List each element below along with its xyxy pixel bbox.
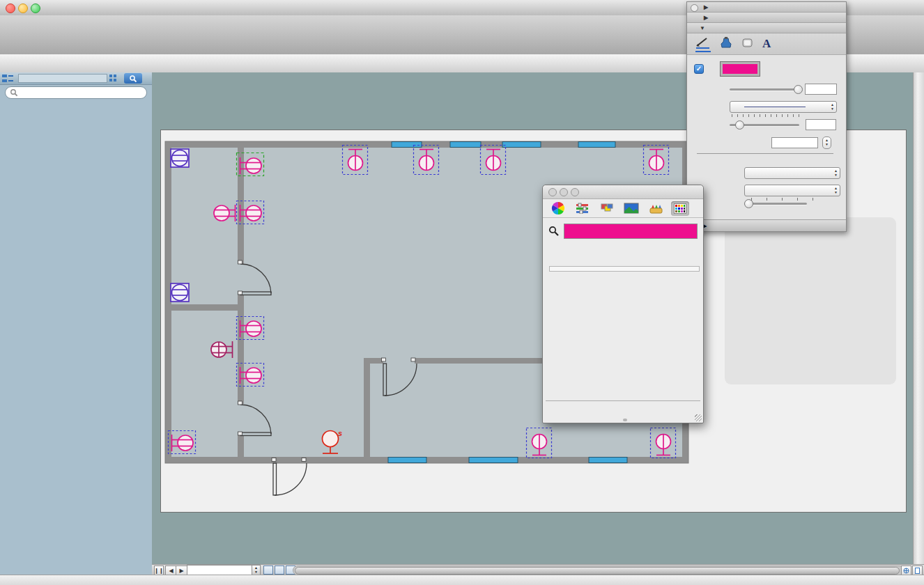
zoom-stepper[interactable]: ▲▼: [252, 565, 261, 575]
stepper-arrows-icon: ▲▼: [831, 102, 834, 111]
color-wheel-icon[interactable]: [549, 201, 567, 216]
application-window: .bd{fill:none;stroke:#3b3bd2;stroke-widt…: [0, 0, 924, 585]
zoom-icon[interactable]: [571, 188, 579, 196]
library-search-toggle[interactable]: [124, 73, 142, 84]
close-icon[interactable]: [548, 188, 557, 196]
inspector-section-behaviour[interactable]: ▶: [687, 2, 846, 13]
corner-rounding-stepper[interactable]: ▲▼: [822, 136, 831, 149]
stroke-tab-brush-icon[interactable]: [695, 36, 711, 52]
line-inspector-tabs: A: [687, 33, 846, 55]
endpoint-end-dropdown[interactable]: ▲▼: [744, 185, 840, 196]
stroke-checkbox[interactable]: ✓: [694, 64, 704, 74]
horizontal-scrollbar[interactable]: [293, 566, 904, 575]
color-sliders-icon[interactable]: [573, 201, 592, 216]
color-palette-grid: [549, 266, 700, 272]
page-navigation-bar: ❙❙ ◀ ▶ ▲▼: [152, 564, 924, 575]
page-view-buttons[interactable]: [263, 566, 295, 575]
stroke-color-swatch[interactable]: [721, 62, 760, 76]
inspector-section-line[interactable]: ▼: [687, 23, 846, 33]
crayons-icon[interactable]: [647, 201, 665, 216]
opacity-slider[interactable]: [730, 88, 799, 91]
web-safe-colors-icon[interactable]: [671, 201, 689, 216]
color-search-row: [548, 224, 703, 239]
fill-tab-inkbottle-icon[interactable]: [719, 37, 733, 51]
vertical-scrollbar[interactable]: [913, 72, 924, 564]
legend-panel: [725, 217, 896, 384]
pattern-dropdown[interactable]: ▲▼: [730, 101, 837, 113]
width-field[interactable]: [806, 119, 836, 130]
resize-grip[interactable]: [695, 414, 702, 421]
line-inspector-body: ✓ ▲▼: [687, 55, 846, 219]
image-palette-icon[interactable]: [622, 201, 640, 216]
pause-layout-button[interactable]: ❙❙: [154, 566, 164, 575]
tree-view-icon[interactable]: [0, 74, 15, 83]
minimize-window-button[interactable]: [18, 3, 28, 13]
pan-tool-icon[interactable]: [901, 566, 911, 575]
library-search-row: [0, 84, 152, 101]
inspector-palette: ▶ ▶ ▼ A ✓: [686, 1, 847, 232]
page-icon[interactable]: [912, 566, 923, 575]
shadow-tab-icon[interactable]: [741, 38, 754, 50]
drawer-dimple[interactable]: [623, 419, 627, 421]
text-tab-icon[interactable]: A: [762, 37, 771, 51]
opacity-field[interactable]: [805, 84, 837, 95]
library-panel-header: [0, 72, 152, 85]
library-search-input[interactable]: [5, 86, 147, 99]
color-palettes-icon[interactable]: [598, 201, 616, 216]
colors-dialog: [542, 185, 704, 423]
chevron-down-icon: ▼: [700, 25, 705, 31]
palette-close-icon[interactable]: [691, 4, 698, 12]
colors-dialog-titlebar[interactable]: [543, 185, 703, 199]
grid-view-icon[interactable]: [107, 74, 121, 83]
inspector-section-information[interactable]: ▶: [687, 13, 846, 23]
library-title-inset: [18, 74, 107, 83]
horizontal-scrollbar-thumb[interactable]: [295, 567, 900, 575]
endpoint-start-dropdown[interactable]: ▲▼: [744, 167, 840, 179]
svg-text:s: s: [338, 429, 342, 437]
minimize-icon[interactable]: [560, 188, 568, 196]
corner-rounding-field[interactable]: [771, 137, 818, 148]
zoom-level-select[interactable]: [187, 565, 252, 575]
inspector-section-presentation-mode[interactable]: ▶: [687, 219, 846, 231]
chevron-right-icon: ▶: [704, 4, 708, 10]
magnifier-icon: [548, 226, 560, 237]
endpoint-size-slider[interactable]: [744, 203, 807, 205]
next-page-button[interactable]: ▶: [176, 566, 187, 575]
colors-dialog-toolbar: [543, 199, 703, 218]
library-panel: [0, 72, 153, 575]
status-bar: [0, 575, 924, 585]
search-icon: [10, 88, 18, 97]
width-slider[interactable]: [730, 124, 799, 126]
width-slider-ticks: [732, 114, 801, 117]
zoom-window-button[interactable]: [31, 3, 40, 13]
chevron-right-icon: ▶: [704, 15, 708, 21]
selected-color-bar[interactable]: [564, 224, 698, 239]
close-window-button[interactable]: [6, 3, 15, 13]
search-icon: [129, 75, 137, 83]
